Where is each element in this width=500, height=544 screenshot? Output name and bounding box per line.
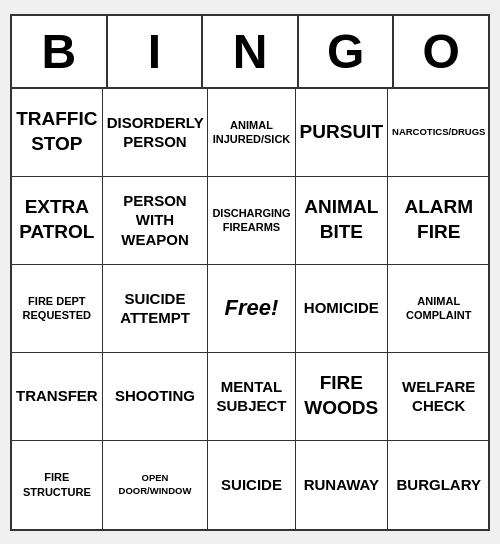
bingo-cell-16: SHOOTING — [103, 353, 209, 441]
bingo-cell-18: FIRE WOODS — [296, 353, 388, 441]
bingo-cell-15: TRANSFER — [12, 353, 103, 441]
bingo-letter-i: I — [108, 16, 204, 87]
cell-text-16: SHOOTING — [115, 386, 195, 406]
bingo-cell-17: MENTAL SUBJECT — [208, 353, 295, 441]
bingo-cell-0: TRAFFIC STOP — [12, 89, 103, 177]
bingo-letter-b: B — [12, 16, 108, 87]
cell-text-0: TRAFFIC STOP — [16, 107, 98, 156]
cell-text-21: OPEN DOOR/WINDOW — [107, 472, 204, 497]
cell-text-1: DISORDERLY PERSON — [107, 113, 204, 152]
bingo-cell-23: RUNAWAY — [296, 441, 388, 529]
cell-text-17: MENTAL SUBJECT — [212, 377, 290, 416]
bingo-cell-2: ANIMAL INJURED/SICK — [208, 89, 295, 177]
cell-text-14: ANIMAL COMPLAINT — [392, 294, 485, 323]
cell-text-24: BURGLARY — [397, 475, 481, 495]
cell-text-5: EXTRA PATROL — [16, 195, 98, 244]
cell-text-8: ANIMAL BITE — [300, 195, 383, 244]
bingo-cell-14: ANIMAL COMPLAINT — [388, 265, 489, 353]
bingo-cell-11: SUICIDE ATTEMPT — [103, 265, 209, 353]
bingo-grid: TRAFFIC STOPDISORDERLY PERSONANIMAL INJU… — [12, 89, 488, 529]
cell-text-10: FIRE DEPT REQUESTED — [16, 294, 98, 323]
cell-text-15: TRANSFER — [16, 386, 98, 406]
cell-text-4: NARCOTICS/DRUGS — [392, 126, 485, 138]
bingo-cell-21: OPEN DOOR/WINDOW — [103, 441, 209, 529]
bingo-cell-1: DISORDERLY PERSON — [103, 89, 209, 177]
bingo-header: BINGO — [12, 16, 488, 89]
bingo-cell-20: FIRE STRUCTURE — [12, 441, 103, 529]
bingo-letter-o: O — [394, 16, 488, 87]
bingo-cell-9: ALARM FIRE — [388, 177, 489, 265]
bingo-cell-19: WELFARE CHECK — [388, 353, 489, 441]
cell-text-13: HOMICIDE — [304, 298, 379, 318]
cell-text-19: WELFARE CHECK — [392, 377, 485, 416]
bingo-letter-g: G — [299, 16, 395, 87]
bingo-cell-4: NARCOTICS/DRUGS — [388, 89, 489, 177]
cell-text-11: SUICIDE ATTEMPT — [107, 289, 204, 328]
free-space: Free! — [225, 295, 279, 321]
cell-text-20: FIRE STRUCTURE — [16, 470, 98, 499]
bingo-cell-3: PURSUIT — [296, 89, 388, 177]
cell-text-22: SUICIDE — [221, 475, 282, 495]
bingo-letter-n: N — [203, 16, 299, 87]
bingo-cell-22: SUICIDE — [208, 441, 295, 529]
cell-text-23: RUNAWAY — [304, 475, 379, 495]
cell-text-2: ANIMAL INJURED/SICK — [212, 118, 290, 147]
bingo-cell-7: DISCHARGING FIREARMS — [208, 177, 295, 265]
bingo-cell-6: PERSON WITH WEAPON — [103, 177, 209, 265]
cell-text-6: PERSON WITH WEAPON — [107, 191, 204, 250]
bingo-cell-8: ANIMAL BITE — [296, 177, 388, 265]
cell-text-7: DISCHARGING FIREARMS — [212, 206, 290, 235]
bingo-cell-13: HOMICIDE — [296, 265, 388, 353]
bingo-card: BINGO TRAFFIC STOPDISORDERLY PERSONANIMA… — [10, 14, 490, 531]
cell-text-3: PURSUIT — [300, 120, 383, 145]
bingo-cell-24: BURGLARY — [388, 441, 489, 529]
bingo-cell-12: Free! — [208, 265, 295, 353]
cell-text-9: ALARM FIRE — [392, 195, 485, 244]
cell-text-18: FIRE WOODS — [300, 371, 383, 420]
bingo-cell-5: EXTRA PATROL — [12, 177, 103, 265]
bingo-cell-10: FIRE DEPT REQUESTED — [12, 265, 103, 353]
